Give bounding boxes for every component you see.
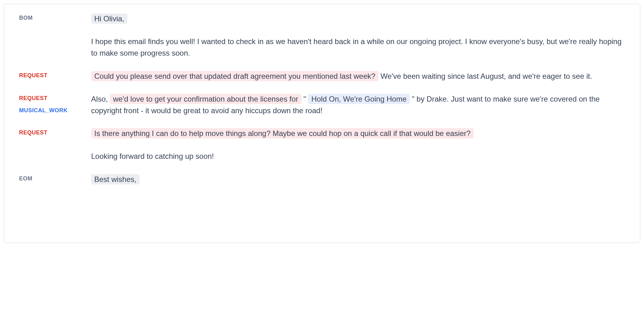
text-outro: Looking forward to catching up soon!: [91, 152, 214, 160]
labels-col: REQUEST MUSICAL_WORK: [19, 93, 91, 114]
highlight-bom: Hi Olivia,: [91, 13, 127, 24]
label-musical-work: MUSICAL_WORK: [19, 107, 91, 114]
highlight-request-1: Could you please send over that updated …: [91, 71, 379, 81]
labels-col: REQUEST: [19, 70, 91, 79]
labels-col: REQUEST: [19, 128, 91, 136]
text-request-2-before: Also,: [91, 95, 110, 103]
content-request-2: Also, we'd love to get your confirmation…: [91, 93, 625, 116]
labels-col: [19, 36, 91, 38]
row-eom: EOM Best wishes,: [19, 174, 625, 185]
label-request: REQUEST: [19, 95, 91, 102]
text-quote-close: ": [410, 95, 417, 103]
row-request-3: REQUEST Is there anything I can do to he…: [19, 128, 625, 139]
text-quote-open: ": [301, 95, 308, 103]
annotated-email-frame: BOM Hi Olivia, I hope this email finds y…: [4, 4, 640, 243]
content-closing: Best wishes,: [91, 174, 625, 185]
content-request-1: Could you please send over that updated …: [91, 70, 625, 82]
highlight-request-2: we'd love to get your confirmation about…: [110, 94, 301, 104]
highlight-request-3: Is there anything I can do to help move …: [91, 128, 474, 138]
highlight-musical-work: Hold On, We're Going Home: [308, 94, 410, 104]
content-greeting: Hi Olivia,: [91, 13, 625, 24]
label-request: REQUEST: [19, 72, 91, 79]
text-request-1-after: We've been waiting since last August, an…: [379, 72, 592, 80]
highlight-eom: Best wishes,: [91, 174, 140, 184]
row-outro: Looking forward to catching up soon!: [19, 150, 625, 162]
row-request-2: REQUEST MUSICAL_WORK Also, we'd love to …: [19, 93, 625, 116]
row-bom: BOM Hi Olivia,: [19, 13, 625, 24]
label-eom: EOM: [19, 175, 91, 182]
row-request-1: REQUEST Could you please send over that …: [19, 70, 625, 82]
labels-col: EOM: [19, 174, 91, 182]
label-request: REQUEST: [19, 129, 91, 136]
text-intro: I hope this email finds you well! I want…: [91, 37, 621, 57]
content-request-3: Is there anything I can do to help move …: [91, 128, 625, 139]
labels-col: BOM: [19, 13, 91, 21]
content-intro: I hope this email finds you well! I want…: [91, 36, 625, 59]
row-intro: I hope this email finds you well! I want…: [19, 36, 625, 59]
content-outro: Looking forward to catching up soon!: [91, 150, 625, 162]
label-bom: BOM: [19, 15, 91, 21]
labels-col: [19, 150, 91, 152]
